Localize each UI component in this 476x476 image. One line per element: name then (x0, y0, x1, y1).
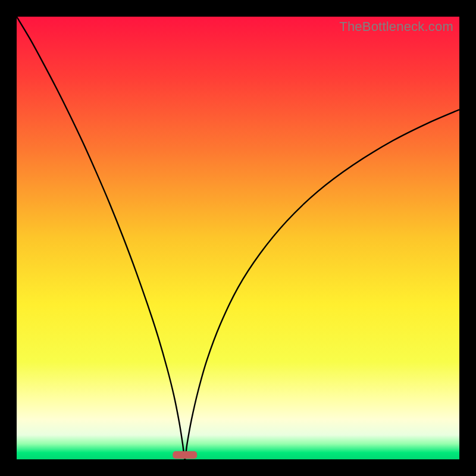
optimal-marker (173, 451, 197, 459)
bottleneck-chart (17, 17, 459, 459)
chart-frame: TheBottleneck.com (17, 17, 459, 459)
watermark-text: TheBottleneck.com (339, 19, 453, 35)
gradient-background (17, 17, 459, 459)
